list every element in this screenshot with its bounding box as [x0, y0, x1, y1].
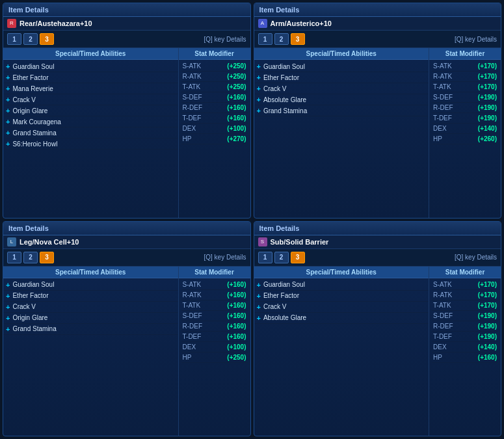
ability-label: S6:Heroic Howl: [12, 140, 57, 148]
ability-item: +Ether Factor: [3, 72, 178, 83]
stats-header-arm: Stat Modifier: [429, 48, 501, 60]
ability-label: Grand Stamina: [12, 325, 56, 332]
panel-leg: Item DetailsLLeg/Nova Cell+10123[Q] key …: [3, 221, 251, 437]
stat-label: DEX: [183, 343, 196, 351]
plus-icon: +: [257, 314, 261, 322]
stat-label: T-ATK: [183, 302, 201, 309]
stat-value: (+190): [478, 104, 497, 111]
stat-label: T-DEF: [433, 333, 452, 340]
stat-label: HP: [433, 135, 442, 142]
stat-value: (+270): [227, 135, 246, 142]
key-details-sub: [Q] key Details: [455, 254, 497, 261]
stat-row: T-DEF(+160): [181, 332, 248, 342]
plus-icon: +: [6, 303, 10, 311]
stat-value: (+100): [227, 125, 246, 132]
stat-label: T-DEF: [183, 333, 202, 340]
plus-icon: +: [6, 73, 10, 81]
item-title-row-sub: SSub/Solid Barrier: [254, 235, 501, 249]
stat-label: S-DEF: [183, 312, 202, 319]
tab-2-arm[interactable]: 2: [274, 33, 289, 45]
stat-label: S-ATK: [183, 62, 202, 70]
panel-content-sub: Special/Timed Abilities+Guardian Soul+Et…: [254, 267, 501, 436]
stat-value: (+250): [227, 73, 246, 80]
stat-row: T-ATK(+160): [181, 300, 248, 311]
stat-row: T-DEF(+190): [432, 332, 498, 342]
stat-label: S-DEF: [183, 94, 202, 101]
stat-value: (+170): [478, 281, 497, 288]
item-icon-sub: S: [258, 237, 267, 246]
ability-label: Origin Glare: [12, 314, 47, 321]
panel-sub: Item DetailsSSub/Solid Barrier123[Q] key…: [254, 221, 502, 437]
stat-row: S-DEF(+190): [432, 311, 498, 321]
ability-label: Crack V: [263, 303, 287, 310]
plus-icon: +: [257, 292, 261, 300]
tab-2-leg[interactable]: 2: [23, 252, 38, 263]
abilities-header-sub: Special/Timed Abilities: [254, 267, 429, 278]
panel-arm: Item DetailsAArm/Austerico+10123[Q] key …: [254, 3, 502, 219]
key-details-leg: [Q] key Details: [204, 254, 246, 261]
item-title-sub: Sub/Solid Barrier: [271, 238, 329, 246]
stat-label: S-ATK: [183, 281, 202, 288]
stat-value: (+160): [227, 312, 246, 319]
tab-1-arm[interactable]: 1: [258, 33, 272, 45]
ability-item: +Guardian Soul: [254, 280, 429, 291]
abilities-list-rear: +Guardian Soul+Ether Factor+Mana Reverie…: [3, 60, 178, 218]
abilities-list-arm: +Guardian Soul+Ether Factor+Crack V+Abso…: [254, 60, 429, 218]
stats-header-leg: Stat Modifier: [179, 267, 250, 278]
tab-3-arm[interactable]: 3: [291, 33, 305, 45]
stat-label: T-DEF: [433, 114, 452, 122]
plus-icon: +: [257, 107, 261, 114]
tab-1-sub[interactable]: 1: [258, 252, 272, 263]
stat-row: DEX(+140): [432, 342, 498, 353]
ability-label: Guardian Soul: [12, 281, 54, 288]
stat-row: DEX(+140): [432, 124, 498, 134]
ability-item: +Guardian Soul: [3, 61, 178, 72]
stat-row: T-ATK(+170): [432, 300, 498, 311]
stat-label: HP: [433, 354, 442, 361]
ability-label: Crack V: [12, 96, 36, 103]
stats-list-sub: S-ATK(+170)R-ATK(+170)T-ATK(+170)S-DEF(+…: [429, 278, 501, 436]
tabs-row-sub: 123[Q] key Details: [254, 249, 501, 267]
tab-2-sub[interactable]: 2: [274, 252, 289, 263]
panel-content-leg: Special/Timed Abilities+Guardian Soul+Et…: [3, 267, 250, 436]
stat-value: (+250): [227, 83, 246, 90]
stat-value: (+160): [227, 104, 246, 111]
stat-row: R-DEF(+160): [181, 321, 248, 332]
tab-2-rear[interactable]: 2: [23, 33, 38, 45]
stat-label: DEX: [183, 125, 196, 132]
stat-value: (+260): [478, 135, 497, 142]
tab-1-rear[interactable]: 1: [7, 33, 21, 45]
stat-row: T-ATK(+170): [432, 82, 498, 92]
stat-row: T-DEF(+190): [432, 113, 498, 124]
stat-row: S-DEF(+190): [432, 92, 498, 103]
stat-label: R-ATK: [183, 291, 202, 299]
stat-label: S-DEF: [433, 94, 453, 101]
stat-label: T-ATK: [433, 83, 451, 90]
stat-label: DEX: [433, 125, 447, 132]
stat-row: HP(+250): [181, 353, 248, 363]
tab-3-leg[interactable]: 3: [40, 252, 54, 263]
stat-label: S-DEF: [433, 312, 453, 319]
ability-label: Ether Factor: [263, 292, 299, 299]
key-details-rear: [Q] key Details: [204, 36, 246, 43]
stat-value: (+190): [478, 114, 497, 122]
stat-value: (+160): [227, 323, 246, 330]
stat-row: HP(+270): [181, 134, 248, 144]
panel-content-rear: Special/Timed Abilities+Guardian Soul+Et…: [3, 48, 250, 218]
panel-rear: Item DetailsRRear/Austehazara+10123[Q] k…: [3, 3, 251, 219]
tab-1-leg[interactable]: 1: [7, 252, 21, 263]
ability-item: +S6:Heroic Howl: [3, 139, 178, 150]
stat-row: R-ATK(+160): [181, 290, 248, 300]
stat-value: (+140): [478, 343, 497, 351]
stat-value: (+190): [478, 94, 497, 101]
plus-icon: +: [6, 107, 10, 114]
stat-label: R-ATK: [183, 73, 202, 80]
ability-label: Absolute Glare: [263, 314, 306, 321]
ability-item: +Absolute Glare: [254, 94, 429, 105]
tab-3-sub[interactable]: 3: [291, 252, 305, 263]
tab-3-rear[interactable]: 3: [40, 33, 54, 45]
stat-row: T-DEF(+160): [181, 113, 248, 124]
ability-label: Crack V: [263, 85, 287, 92]
item-title-arm: Arm/Austerico+10: [271, 20, 332, 27]
stats-header-rear: Stat Modifier: [179, 48, 250, 60]
